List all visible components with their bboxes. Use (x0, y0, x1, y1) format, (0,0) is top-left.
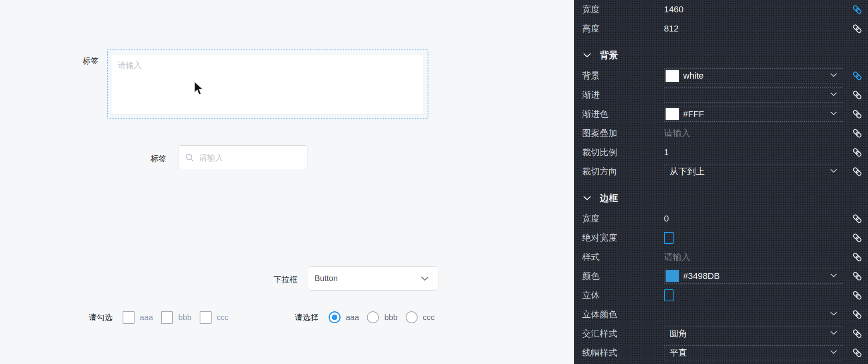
property-value-input[interactable]: 1460 (664, 4, 684, 15)
section-title: 背景 (600, 49, 618, 61)
select-value: #FFF (683, 109, 704, 119)
link-icon[interactable] (852, 328, 862, 339)
section-title: 边框 (600, 192, 618, 204)
design-canvas[interactable]: 标签 请输入 标签 请输入 下拉框 Button 请勾选 aaa bbb ccc (0, 0, 574, 364)
link-icon[interactable] (852, 233, 862, 243)
property-row: 立体颜色 (574, 305, 868, 324)
property-row: 裁切比例1 (574, 143, 868, 162)
dropdown-select[interactable]: Button (308, 266, 438, 291)
property-checkbox[interactable] (664, 232, 674, 244)
property-placeholder-input[interactable]: 请输入 (664, 127, 690, 139)
link-icon[interactable] (852, 4, 862, 15)
property-select[interactable]: #3498DB (664, 269, 843, 284)
search-placeholder: 请输入 (199, 152, 223, 163)
link-icon[interactable] (852, 214, 862, 224)
property-select[interactable]: 圆角 (664, 326, 843, 341)
chevron-down-icon (829, 166, 838, 177)
chevron-down-icon (829, 348, 838, 358)
link-icon[interactable] (852, 309, 862, 320)
section-header[interactable]: 边框 (574, 187, 868, 209)
property-label: 裁切比例 (582, 146, 664, 158)
chevron-down-icon (829, 328, 838, 339)
checkbox-option-label: ccc (217, 313, 229, 322)
checkbox[interactable] (123, 311, 135, 324)
property-label: 交汇样式 (582, 328, 664, 340)
property-row: 立体 (574, 286, 868, 305)
chevron-down-icon (829, 109, 838, 119)
property-value-input[interactable]: 0 (664, 214, 669, 224)
link-icon[interactable] (852, 252, 862, 262)
property-row: 宽度0 (574, 209, 868, 228)
property-row: 宽度1460 (574, 0, 868, 19)
property-label: 样式 (582, 251, 664, 263)
property-row: 颜色#3498DB (574, 267, 868, 286)
property-label: 颜色 (582, 270, 664, 282)
color-swatch[interactable] (666, 70, 679, 82)
radio-button[interactable] (329, 311, 341, 323)
property-row: 高度812 (574, 19, 868, 38)
property-row: 图案叠加请输入 (574, 124, 868, 143)
property-select[interactable]: 平直 (664, 345, 843, 360)
property-value-input[interactable]: 1 (664, 147, 669, 158)
property-label: 渐进色 (582, 108, 664, 120)
select-value: 从下到上 (670, 166, 705, 178)
property-select[interactable] (664, 307, 843, 322)
radio-group-label: 请选择 (295, 312, 319, 323)
radio-button[interactable] (367, 311, 379, 323)
dropdown-label: 下拉框 (273, 274, 297, 285)
mouse-cursor-icon (194, 81, 204, 98)
properties-panel: 宽度1460高度812背景背景white渐进渐进色#FFF图案叠加请输入裁切比例… (574, 0, 868, 364)
link-icon[interactable] (852, 271, 862, 281)
property-row: 裁切方向从下到上 (574, 162, 868, 181)
property-row: 渐进色#FFF (574, 105, 868, 124)
textarea-input[interactable]: 请输入 (112, 55, 424, 115)
chevron-down-icon (829, 71, 838, 81)
link-icon[interactable] (852, 90, 862, 100)
property-row: 渐进 (574, 85, 868, 105)
chevron-down-icon[interactable] (582, 50, 592, 60)
property-select[interactable]: 从下到上 (664, 164, 843, 179)
link-icon[interactable] (852, 348, 862, 358)
select-value: #3498DB (683, 271, 720, 281)
property-select[interactable]: #FFF (664, 107, 843, 122)
property-label: 立体 (582, 289, 664, 301)
property-row: 线帽样式平直 (574, 343, 868, 362)
selection-outline[interactable]: 请输入 (107, 49, 428, 119)
section-header[interactable]: 背景 (574, 44, 868, 66)
property-label: 渐进 (582, 89, 664, 101)
property-row: 样式请输入 (574, 247, 868, 267)
search-label: 标签 (151, 153, 166, 164)
property-label: 裁切方向 (582, 166, 664, 178)
color-swatch[interactable] (666, 270, 679, 282)
property-label: 高度 (582, 23, 664, 35)
checkbox[interactable] (161, 311, 173, 324)
property-label: 宽度 (582, 4, 664, 16)
link-icon[interactable] (852, 290, 862, 301)
chevron-down-icon[interactable] (582, 193, 592, 203)
search-input[interactable]: 请输入 (178, 145, 307, 170)
textarea-label: 标签 (79, 55, 99, 66)
textarea-placeholder: 请输入 (118, 61, 142, 69)
property-select[interactable]: white (664, 68, 843, 83)
checkbox-option-label: aaa (140, 313, 153, 322)
chevron-down-icon (829, 271, 838, 281)
link-icon[interactable] (852, 71, 862, 81)
link-icon[interactable] (852, 24, 862, 34)
property-select[interactable] (664, 87, 843, 103)
select-value: 圆角 (670, 328, 687, 340)
link-icon[interactable] (852, 147, 862, 158)
property-placeholder-input[interactable]: 请输入 (664, 251, 690, 263)
property-label: 图案叠加 (582, 127, 664, 139)
checkbox-group-label: 请勾选 (89, 312, 113, 323)
property-row: 背景white (574, 66, 868, 85)
property-checkbox[interactable] (664, 289, 674, 301)
property-value-input[interactable]: 812 (664, 24, 679, 34)
color-swatch[interactable] (666, 108, 679, 120)
radio-button[interactable] (406, 311, 418, 323)
select-value: 平直 (670, 347, 687, 359)
link-icon[interactable] (852, 109, 862, 119)
link-icon[interactable] (852, 128, 862, 138)
link-icon[interactable] (852, 166, 862, 177)
radio-option-label: aaa (346, 313, 359, 322)
checkbox[interactable] (200, 311, 212, 324)
